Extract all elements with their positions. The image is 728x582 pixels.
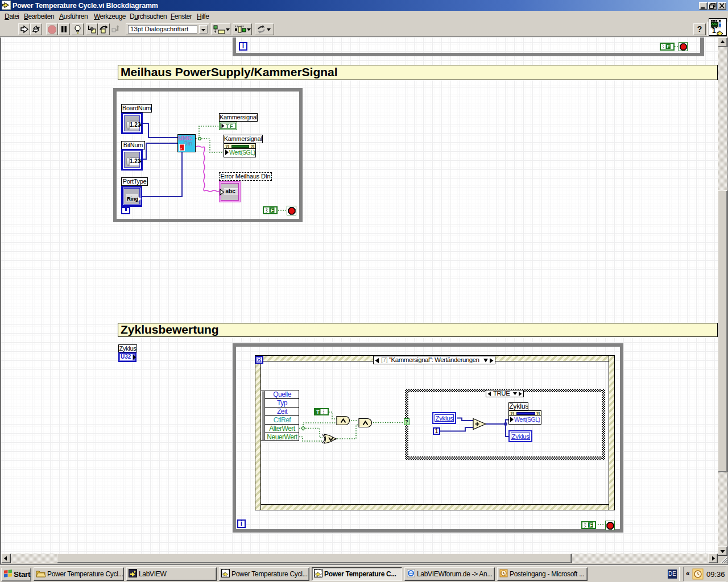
svg-text:F: F <box>667 44 670 49</box>
svg-text:TF: TF <box>226 123 234 129</box>
svg-text:1: 1 <box>712 27 716 35</box>
svg-text:F: F <box>589 522 593 528</box>
svg-text:T: T <box>316 409 320 414</box>
svg-text:F: F <box>271 207 274 213</box>
